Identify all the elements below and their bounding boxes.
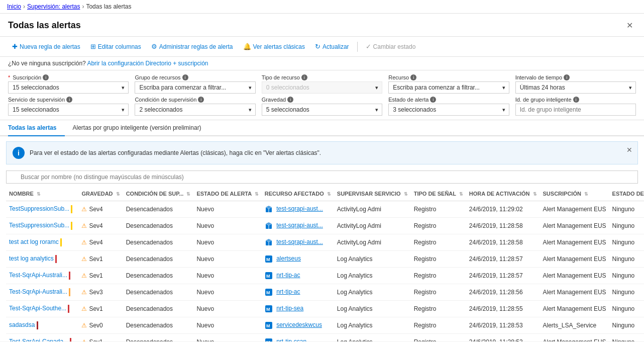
subscription-select[interactable]: 15 seleccionados: [8, 81, 129, 94]
cell-tipo-senal: Registro: [411, 218, 466, 234]
open-directory-link[interactable]: Abrir la configuración Directorio + susc…: [87, 60, 208, 67]
col-tipo-senal[interactable]: TIPO DE SEÑAL ⇅: [411, 187, 466, 201]
breadcrumb-inicio[interactable]: Inicio: [7, 3, 21, 10]
alert-name-link[interactable]: test act log roramc: [9, 238, 59, 245]
alert-name-link[interactable]: test log analytics: [9, 255, 54, 262]
sort-icon-supervisar: ⇅: [404, 192, 408, 197]
severity-info-icon: i: [287, 97, 293, 103]
monitor-condition-select[interactable]: 2 seleccionados: [135, 104, 255, 116]
col-nombre[interactable]: NOMBRE ⇅: [6, 187, 78, 201]
cell-estado-elim: Ninguno: [609, 301, 644, 317]
edit-columns-button[interactable]: ⊞ Editar columnas: [86, 41, 145, 52]
info-banner: i Para ver el estado de las alertas conf…: [6, 141, 638, 164]
tabs-bar: Todas las alertas Alertas por grupo inte…: [0, 120, 644, 136]
svg-text:M: M: [266, 323, 270, 328]
cell-estado: Nuevo: [193, 201, 261, 218]
resource-link[interactable]: servicedeskwcus: [276, 321, 322, 328]
page-title: Todas las alertas: [8, 20, 81, 31]
sort-icon-estado: ⇅: [255, 192, 259, 197]
cell-estado: Nuevo: [193, 334, 261, 342]
table-row: Test-SqrApi-Australi... ⚠Sev3 Desencaden…: [6, 284, 644, 301]
breadcrumb-current: Todas las alertas: [86, 3, 131, 10]
cell-condicion: Desencadenados: [123, 317, 194, 334]
table-row: Test-SqrApi-Australi... ⚠Sev1 Desencaden…: [6, 268, 644, 284]
cell-suscripcion: Alert Management EUS: [540, 251, 609, 268]
severity-bar: [70, 338, 71, 341]
cell-hora: 24/6/2019, 11:28:58: [466, 234, 540, 251]
resource-link[interactable]: nrt-tip-ccan: [276, 338, 306, 341]
resource-select[interactable]: Escriba para comenzar a filtrar...: [388, 81, 509, 94]
change-state-button[interactable]: ✓ Cambiar estado: [362, 41, 420, 52]
cell-estado-elim: Ninguno: [609, 201, 644, 218]
manage-rules-button[interactable]: ⚙ Administrar reglas de alerta: [147, 41, 237, 52]
resource-link[interactable]: nrt-tip-sea: [276, 305, 303, 312]
cell-tipo-senal: Registro: [411, 301, 466, 317]
breadcrumb-supervision[interactable]: Supervisión: alertas: [27, 3, 80, 10]
bell-icon: 🔔: [243, 43, 251, 50]
cell-supervisar: Log Analytics: [334, 317, 411, 334]
alert-name-link[interactable]: TestSuppressionSub...: [9, 222, 69, 229]
col-condicion[interactable]: CONDICIÓN DE SUP... ⇅: [123, 187, 194, 201]
cell-estado-elim: Ninguno: [609, 284, 644, 301]
col-recurso[interactable]: RECURSO AFECTADO ⇅: [262, 187, 334, 201]
content-area: i Para ver el estado de las alertas conf…: [0, 136, 644, 341]
close-banner-button[interactable]: ✕: [626, 146, 632, 154]
check-icon: ✓: [366, 43, 371, 50]
resource-icon: M: [265, 288, 273, 296]
time-range-select[interactable]: Últimas 24 horas: [515, 81, 636, 94]
cell-estado: Nuevo: [193, 284, 261, 301]
cell-nombre: Test-SqrApi-Australi...: [6, 284, 78, 301]
cell-estado: Nuevo: [193, 218, 261, 234]
smart-group-id-input[interactable]: [515, 104, 636, 116]
resource-link[interactable]: test-sqrapi-aust...: [276, 205, 323, 212]
alert-name-link[interactable]: sadasdsa: [9, 321, 35, 328]
col-hora[interactable]: HORA DE ACTIVACIÓN ⇅: [466, 187, 540, 201]
resource-link[interactable]: test-sqrapi-aust...: [276, 238, 323, 245]
cell-gravedad: ⚠Sev0: [78, 317, 123, 334]
alert-state-select[interactable]: 3 seleccionados: [388, 104, 509, 116]
monitor-service-select[interactable]: 15 seleccionados: [8, 104, 129, 116]
resource-link[interactable]: test-sqrapi-aust...: [276, 222, 323, 229]
alert-name-link[interactable]: Test-SqrApi-Australi...: [9, 272, 67, 279]
warning-icon: ⚠: [81, 206, 87, 213]
resource-type-select[interactable]: 0 seleccionados: [262, 81, 382, 94]
cell-nombre: test log analytics: [6, 251, 78, 268]
view-classic-button[interactable]: 🔔 Ver alertas clásicas: [239, 41, 309, 52]
resource-icon: M: [265, 321, 273, 329]
filter-smart-group-id: Id. de grupo inteligente i: [515, 97, 636, 116]
alert-name-link[interactable]: TestSuppressionSub...: [9, 205, 69, 212]
col-suscripcion[interactable]: SUSCRIPCIÓN ⇅: [540, 187, 609, 201]
resource-link[interactable]: nrt-tip-ac: [276, 272, 300, 279]
alert-name-link[interactable]: Test-SqrApi-Australi...: [9, 288, 67, 295]
resource-link[interactable]: alertseus: [276, 255, 301, 262]
warning-icon: ⚠: [81, 289, 87, 296]
col-estado-alerta[interactable]: ESTADO DE ALERTA ⇅: [193, 187, 261, 201]
severity-select[interactable]: 5 seleccionados: [262, 104, 382, 116]
resource-link[interactable]: nrt-tip-ac: [276, 288, 300, 295]
col-gravedad[interactable]: GRAVEDAD ⇅: [78, 187, 123, 201]
cell-estado: Nuevo: [193, 234, 261, 251]
resource-group-select[interactable]: Escriba para comenzar a filtrar...: [135, 81, 255, 94]
col-supervisar[interactable]: SUPERVISAR SERVICIO ⇅: [334, 187, 411, 201]
search-input[interactable]: [6, 170, 638, 184]
refresh-button[interactable]: ↻ Actualizar: [311, 41, 353, 52]
tab-smart-group[interactable]: Alertas por grupo inteligente (versión p…: [73, 120, 209, 136]
cell-tipo-senal: Registro: [411, 234, 466, 251]
col-estado-elim[interactable]: ESTADO DE ELIM... ⇅: [609, 187, 644, 201]
severity-bar: [71, 205, 72, 213]
new-rule-button[interactable]: ✚ Nueva regla de alertas: [8, 41, 84, 52]
cell-suscripcion: Alert Management EUS: [540, 234, 609, 251]
cell-tipo-senal: Registro: [411, 317, 466, 334]
close-button[interactable]: ✕: [623, 20, 636, 31]
filter-monitor-condition: Condición de supervisión i 2 seleccionad…: [135, 97, 255, 116]
alert-name-link[interactable]: Test-SqrApi-Southe...: [9, 305, 66, 312]
alert-name-link[interactable]: Test-SqrApi-Canada...: [9, 338, 68, 341]
severity-bar: [60, 238, 62, 246]
table-container[interactable]: NOMBRE ⇅ GRAVEDAD ⇅ CONDICIÓN DE SUP... …: [0, 187, 644, 341]
cell-nombre: TestSuppressionSub...: [6, 218, 78, 234]
cell-gravedad: ⚠Sev1: [78, 268, 123, 284]
cell-suscripcion: Alert Management EUS: [540, 218, 609, 234]
sort-icon-gravedad: ⇅: [116, 192, 120, 197]
sort-icon-condicion: ⇅: [186, 192, 190, 197]
tab-all-alerts[interactable]: Todas las alertas: [8, 120, 65, 136]
